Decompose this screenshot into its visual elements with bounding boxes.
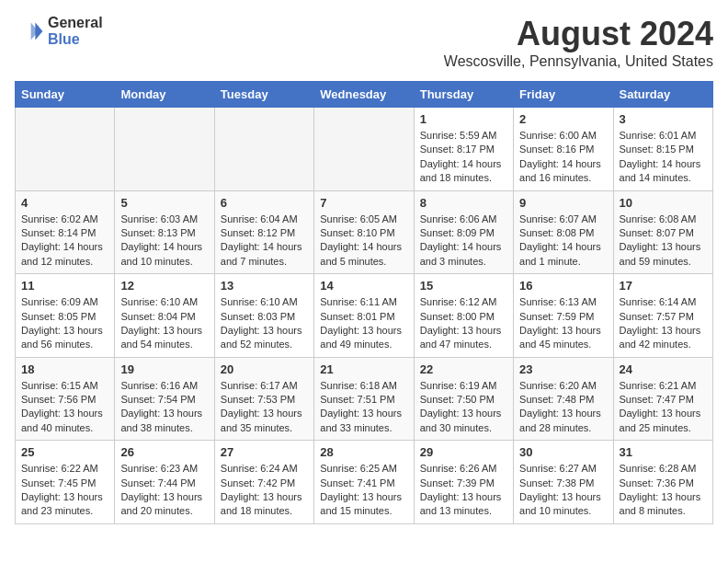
calendar-cell: 19Sunrise: 6:16 AMSunset: 7:54 PMDayligh… [115, 357, 214, 441]
logo: General Blue [15, 15, 103, 47]
day-number: 12 [120, 279, 208, 293]
calendar-cell: 23Sunrise: 6:20 AMSunset: 7:48 PMDayligh… [514, 357, 613, 441]
calendar-cell: 22Sunrise: 6:19 AMSunset: 7:50 PMDayligh… [414, 357, 513, 441]
cell-info: Sunrise: 6:00 AMSunset: 8:16 PMDaylight:… [519, 129, 607, 186]
cell-info: Sunrise: 6:03 AMSunset: 8:13 PMDaylight:… [120, 213, 208, 270]
day-number: 19 [120, 362, 208, 376]
calendar-week-row: 1Sunrise: 5:59 AMSunset: 8:17 PMDaylight… [16, 108, 713, 191]
cell-info: Sunrise: 6:22 AMSunset: 7:45 PMDaylight:… [21, 462, 108, 519]
calendar-cell: 5Sunrise: 6:03 AMSunset: 8:13 PMDaylight… [115, 190, 214, 274]
calendar-cell: 13Sunrise: 6:10 AMSunset: 8:03 PMDayligh… [214, 274, 313, 358]
calendar-cell: 2Sunrise: 6:00 AMSunset: 8:16 PMDaylight… [514, 108, 613, 191]
calendar-cell: 28Sunrise: 6:25 AMSunset: 7:41 PMDayligh… [314, 441, 414, 524]
day-number: 27 [221, 445, 308, 459]
calendar-cell: 16Sunrise: 6:13 AMSunset: 7:59 PMDayligh… [514, 274, 613, 358]
weekday-header-tuesday: Tuesday [214, 82, 313, 108]
calendar-week-row: 18Sunrise: 6:15 AMSunset: 7:56 PMDayligh… [16, 357, 713, 441]
calendar-cell [115, 108, 214, 191]
cell-info: Sunrise: 6:15 AMSunset: 7:56 PMDaylight:… [21, 379, 108, 436]
cell-info: Sunrise: 6:13 AMSunset: 7:59 PMDaylight:… [519, 295, 607, 352]
cell-info: Sunrise: 6:09 AMSunset: 8:05 PMDaylight:… [21, 295, 108, 352]
weekday-header-wednesday: Wednesday [314, 82, 414, 108]
day-number: 17 [620, 279, 707, 293]
day-number: 20 [221, 362, 308, 376]
calendar-cell: 3Sunrise: 6:01 AMSunset: 8:15 PMDaylight… [613, 108, 712, 191]
location-subtitle: Wescosville, Pennsylvania, United States [444, 53, 713, 70]
calendar-week-row: 25Sunrise: 6:22 AMSunset: 7:45 PMDayligh… [16, 441, 713, 524]
calendar-cell: 7Sunrise: 6:05 AMSunset: 8:10 PMDaylight… [314, 190, 414, 274]
cell-info: Sunrise: 6:10 AMSunset: 8:03 PMDaylight:… [221, 295, 308, 352]
cell-info: Sunrise: 6:12 AMSunset: 8:00 PMDaylight:… [420, 295, 507, 352]
day-number: 2 [519, 112, 607, 126]
calendar-cell: 8Sunrise: 6:06 AMSunset: 8:09 PMDaylight… [414, 190, 513, 274]
day-number: 5 [120, 196, 208, 210]
calendar-cell: 24Sunrise: 6:21 AMSunset: 7:47 PMDayligh… [613, 357, 712, 441]
calendar-cell: 26Sunrise: 6:23 AMSunset: 7:44 PMDayligh… [115, 441, 214, 524]
day-number: 29 [420, 445, 507, 459]
calendar-cell: 25Sunrise: 6:22 AMSunset: 7:45 PMDayligh… [16, 441, 115, 524]
cell-info: Sunrise: 6:07 AMSunset: 8:08 PMDaylight:… [519, 213, 607, 270]
calendar-cell: 14Sunrise: 6:11 AMSunset: 8:01 PMDayligh… [314, 274, 414, 358]
calendar-cell: 29Sunrise: 6:26 AMSunset: 7:39 PMDayligh… [414, 441, 513, 524]
cell-info: Sunrise: 6:11 AMSunset: 8:01 PMDaylight:… [320, 295, 407, 352]
day-number: 24 [620, 362, 707, 376]
day-number: 3 [620, 112, 707, 126]
cell-info: Sunrise: 6:20 AMSunset: 7:48 PMDaylight:… [519, 379, 607, 436]
cell-info: Sunrise: 6:27 AMSunset: 7:38 PMDaylight:… [519, 462, 607, 519]
calendar-cell [314, 108, 414, 191]
calendar-table: SundayMondayTuesdayWednesdayThursdayFrid… [15, 81, 713, 524]
day-number: 26 [120, 445, 208, 459]
cell-info: Sunrise: 6:01 AMSunset: 8:15 PMDaylight:… [620, 129, 707, 186]
calendar-week-row: 4Sunrise: 6:02 AMSunset: 8:14 PMDaylight… [16, 190, 713, 274]
calendar-cell: 10Sunrise: 6:08 AMSunset: 8:07 PMDayligh… [613, 190, 712, 274]
cell-info: Sunrise: 6:17 AMSunset: 7:53 PMDaylight:… [221, 379, 308, 436]
cell-info: Sunrise: 6:16 AMSunset: 7:54 PMDaylight:… [120, 379, 208, 436]
calendar-cell: 17Sunrise: 6:14 AMSunset: 7:57 PMDayligh… [613, 274, 712, 358]
logo-icon [15, 17, 44, 46]
day-number: 13 [221, 279, 308, 293]
day-number: 30 [519, 445, 607, 459]
calendar-cell: 18Sunrise: 6:15 AMSunset: 7:56 PMDayligh… [16, 357, 115, 441]
logo-general: General [48, 15, 103, 31]
weekday-header-saturday: Saturday [613, 82, 712, 108]
calendar-cell: 15Sunrise: 6:12 AMSunset: 8:00 PMDayligh… [414, 274, 513, 358]
cell-info: Sunrise: 6:18 AMSunset: 7:51 PMDaylight:… [320, 379, 407, 436]
calendar-week-row: 11Sunrise: 6:09 AMSunset: 8:05 PMDayligh… [16, 274, 713, 358]
calendar-cell: 11Sunrise: 6:09 AMSunset: 8:05 PMDayligh… [16, 274, 115, 358]
cell-info: Sunrise: 6:26 AMSunset: 7:39 PMDaylight:… [420, 462, 507, 519]
calendar-cell: 1Sunrise: 5:59 AMSunset: 8:17 PMDaylight… [414, 108, 513, 191]
calendar-cell: 20Sunrise: 6:17 AMSunset: 7:53 PMDayligh… [214, 357, 313, 441]
day-number: 6 [221, 196, 308, 210]
day-number: 11 [21, 279, 108, 293]
day-number: 7 [320, 196, 407, 210]
calendar-cell [16, 108, 115, 191]
day-number: 9 [519, 196, 607, 210]
cell-info: Sunrise: 6:28 AMSunset: 7:36 PMDaylight:… [620, 462, 707, 519]
day-number: 16 [519, 279, 607, 293]
cell-info: Sunrise: 6:08 AMSunset: 8:07 PMDaylight:… [620, 213, 707, 270]
cell-info: Sunrise: 6:21 AMSunset: 7:47 PMDaylight:… [620, 379, 707, 436]
calendar-cell [214, 108, 313, 191]
cell-info: Sunrise: 6:06 AMSunset: 8:09 PMDaylight:… [420, 213, 507, 270]
calendar-cell: 31Sunrise: 6:28 AMSunset: 7:36 PMDayligh… [613, 441, 712, 524]
cell-info: Sunrise: 6:24 AMSunset: 7:42 PMDaylight:… [221, 462, 308, 519]
calendar-cell: 9Sunrise: 6:07 AMSunset: 8:08 PMDaylight… [514, 190, 613, 274]
calendar-cell: 27Sunrise: 6:24 AMSunset: 7:42 PMDayligh… [214, 441, 313, 524]
cell-info: Sunrise: 6:04 AMSunset: 8:12 PMDaylight:… [221, 213, 308, 270]
page-header: General Blue August 2024 Wescosville, Pe… [15, 15, 713, 70]
cell-info: Sunrise: 6:02 AMSunset: 8:14 PMDaylight:… [21, 213, 108, 270]
cell-info: Sunrise: 6:19 AMSunset: 7:50 PMDaylight:… [420, 379, 507, 436]
weekday-header-sunday: Sunday [16, 82, 115, 108]
cell-info: Sunrise: 6:05 AMSunset: 8:10 PMDaylight:… [320, 213, 407, 270]
day-number: 4 [21, 196, 108, 210]
day-number: 18 [21, 362, 108, 376]
weekday-header-monday: Monday [115, 82, 214, 108]
logo-text: General Blue [48, 15, 103, 47]
calendar-cell: 4Sunrise: 6:02 AMSunset: 8:14 PMDaylight… [16, 190, 115, 274]
cell-info: Sunrise: 6:10 AMSunset: 8:04 PMDaylight:… [120, 295, 208, 352]
day-number: 28 [320, 445, 407, 459]
day-number: 15 [420, 279, 507, 293]
day-number: 14 [320, 279, 407, 293]
calendar-cell: 12Sunrise: 6:10 AMSunset: 8:04 PMDayligh… [115, 274, 214, 358]
day-number: 1 [420, 112, 507, 126]
